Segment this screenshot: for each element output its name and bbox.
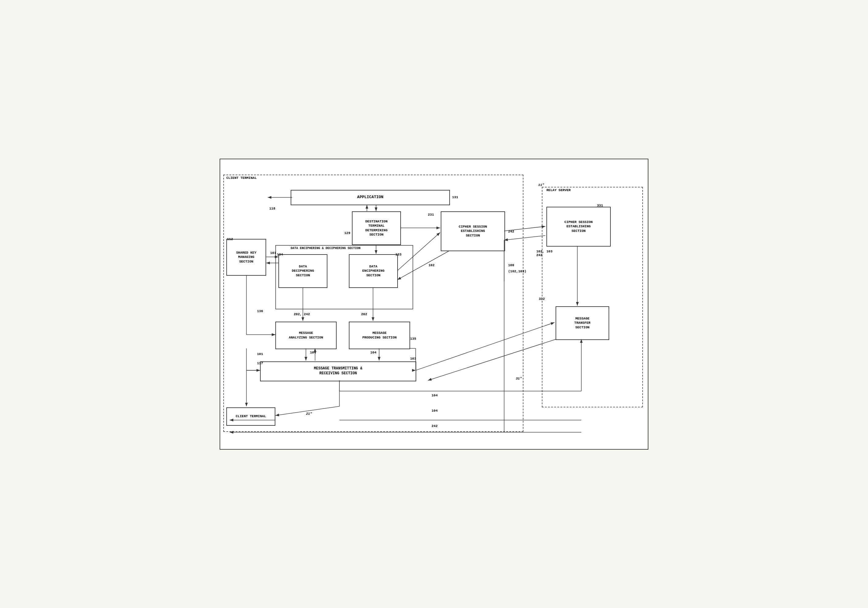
num-202: 202 xyxy=(361,312,367,316)
relay-server-label: RELAY SERVER xyxy=(546,188,570,192)
num-102-103-242: 102, 103 242 xyxy=(536,250,553,257)
num-101-2: 101 xyxy=(257,352,263,356)
num-133: 133 xyxy=(395,253,401,256)
label-11pp: 11" xyxy=(538,183,544,187)
num-135: 135 xyxy=(410,337,416,341)
num-104-1: 104 xyxy=(310,351,316,354)
num-101-1: 101 xyxy=(270,251,276,255)
label-31pp: 31" xyxy=(516,377,522,380)
num-331: 331 xyxy=(597,204,603,207)
num-134: 134 xyxy=(277,253,283,256)
num-112: 112 xyxy=(227,237,233,241)
data-dec-box: DATA DECIPHERING SECTION xyxy=(278,254,327,288)
msg-analyzing-box: MESSAGE ANALYZING SECTION xyxy=(275,322,336,349)
num-104-bottom1: 104 xyxy=(432,394,438,397)
dest-terminal-box: DESTINATION TERMINAL DETERMINING SECTION xyxy=(352,211,401,245)
num-103: 103 xyxy=(410,357,416,360)
num-104-2: 104 xyxy=(370,351,377,354)
num-332: 332 xyxy=(539,297,545,301)
num-131: 131 xyxy=(452,195,458,199)
num-100: 100 xyxy=(508,264,514,267)
data-enc-dec-label: DATA ENCIPHERING & DECIPHERING SECTION xyxy=(291,247,361,250)
num-129: 129 xyxy=(344,231,350,235)
cipher-session-client-box: CIPHER SESSION ESTABLISHING SECTION xyxy=(441,211,505,251)
msg-tx-rx-box: MESSAGE TRANSMITTING & RECEIVING SECTION xyxy=(260,361,416,382)
num-104-bottom2: 104 xyxy=(432,409,438,413)
num-202-242: 202, 242 xyxy=(294,312,310,316)
num-136: 136 xyxy=(257,309,263,313)
num-117: 117 xyxy=(257,361,263,365)
num-242-bottom: 242 xyxy=(432,424,438,428)
application-box: APPLICATION xyxy=(291,190,450,205)
cipher-session-relay-box: CIPHER SESSION ESTABLISHING SECTION xyxy=(546,207,611,247)
data-enc-box: DATA ENCIPHERING SECTION xyxy=(349,254,398,288)
msg-producing-box: MESSAGE PRODUCING SECTION xyxy=(349,322,410,349)
shared-key-box: SHARED KEY MANAGING SECTION xyxy=(226,239,266,276)
client-terminal-label: CLIENT TERMINAL xyxy=(226,176,257,180)
num-231: 231 xyxy=(428,213,434,217)
num-242-1: 242 xyxy=(508,230,514,233)
num-102-1: 102 xyxy=(428,264,435,267)
diagram-container: CLIENT TERMINAL RELAY SERVER 11" 21" 31"… xyxy=(220,159,648,450)
client-terminal-box2: CLIENT TERMINAL xyxy=(226,407,275,426)
msg-transfer-box: MESSAGE TRANSFER SECTION xyxy=(556,306,609,340)
num-118: 118 xyxy=(269,207,275,211)
num-102-103: (102,103) xyxy=(508,270,526,273)
label-21pp: 21" xyxy=(306,412,312,416)
